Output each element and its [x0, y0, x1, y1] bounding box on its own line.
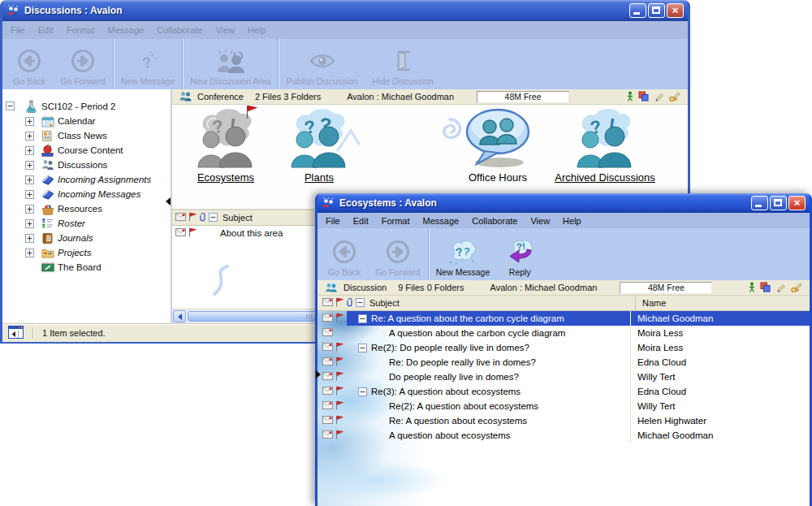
tree-item[interactable]: Discussions [2, 158, 171, 172]
minimize-button[interactable] [629, 3, 646, 18]
message-row[interactable]: Re: Do people really live in domes? Edna… [317, 355, 810, 370]
scroll-left-button[interactable] [173, 310, 186, 322]
collapse-all-icon[interactable] [209, 213, 218, 223]
menu-item[interactable]: Help [241, 24, 273, 36]
pages-icon[interactable] [638, 91, 649, 103]
expand-icon[interactable] [25, 117, 34, 126]
pages-icon[interactable] [760, 282, 771, 294]
tree-item[interactable]: Projects [2, 245, 171, 260]
message-row[interactable]: Re(2): Do people really live in domes? M… [317, 340, 810, 355]
menu-item[interactable]: View [209, 24, 241, 36]
name-column-header[interactable]: Name [635, 296, 810, 310]
maximize-button[interactable] [770, 196, 787, 210]
collapse-icon[interactable] [6, 102, 15, 110]
tree-item[interactable]: Roster [2, 216, 171, 231]
tree-item[interactable]: Incoming Messages [2, 187, 171, 201]
conference-item[interactable]: ?! Ecosystems [182, 108, 270, 184]
menu-item[interactable]: Format [375, 215, 417, 227]
toolbar-button[interactable]: ?? New Message [428, 228, 498, 280]
expand-icon[interactable] [25, 205, 34, 214]
menu-item[interactable]: View [524, 215, 556, 227]
toolbar-button[interactable]: Go Forward [53, 39, 112, 89]
menu-item[interactable]: Edit [32, 24, 60, 36]
conference-info-bar: Conference 2 Files 3 Folders Avalon : Mi… [172, 89, 688, 105]
ecosystems-titlebar[interactable]: Ecosystems : Avalon × [317, 193, 810, 213]
permissions-pencil-icon[interactable] [791, 282, 803, 294]
close-button[interactable]: × [788, 196, 806, 210]
permissions-pencil-icon[interactable] [669, 91, 681, 103]
expand-icon[interactable] [25, 132, 34, 141]
edit-pencil-icon[interactable] [775, 282, 786, 294]
expand-icon[interactable] [25, 219, 34, 228]
tree-item[interactable]: Course Content [2, 143, 171, 158]
toolbar-button[interactable]: Go Back [321, 228, 368, 280]
envelope-icon [322, 401, 333, 411]
toolbar-button[interactable]: Publish Discussion [278, 39, 365, 89]
expand-icon[interactable] [25, 146, 34, 155]
message-row[interactable]: Re: A question about ecosystems Helen Hi… [317, 413, 810, 428]
menu-item[interactable]: File [4, 24, 32, 36]
tree-root-item[interactable]: SCI102 - Period 2 [2, 98, 171, 114]
thread-collapse-icon[interactable] [358, 344, 367, 352]
subject-column-header[interactable]: Subject [369, 298, 400, 308]
toolbar-button[interactable]: ? New Message [113, 39, 183, 89]
envelope-icon [322, 298, 333, 308]
board-icon [41, 262, 54, 273]
menu-item[interactable]: File [319, 215, 347, 227]
splitter-collapse-arrow[interactable] [316, 370, 321, 378]
maximize-button[interactable] [648, 3, 665, 18]
message-row[interactable]: A question about ecosystems Michael Good… [317, 428, 810, 443]
message-row[interactable]: Re(2): A question about ecosystems Willy… [317, 399, 810, 413]
toolbar-button[interactable]: Go Back [6, 39, 53, 89]
expand-icon[interactable] [25, 175, 34, 184]
subject-column-header[interactable]: Subject [222, 213, 253, 223]
message-row[interactable]: Do people really live in domes? Willy Te… [317, 370, 810, 384]
toolbar-button[interactable]: New Discussion Area [182, 39, 278, 89]
toolbar-button[interactable]: Hide Discussion [365, 39, 441, 89]
status-text: 1 Item selected. [42, 328, 106, 338]
tree-item[interactable]: Resources [2, 201, 171, 216]
expand-icon[interactable] [25, 161, 34, 170]
discussions-titlebar[interactable]: Discussions : Avalon × [2, 0, 688, 21]
tree-item[interactable]: Class News [2, 128, 171, 143]
menu-item[interactable]: Message [102, 24, 151, 36]
reply-icon: ?! [504, 237, 535, 266]
tree-item[interactable]: Incoming Assignments [2, 172, 171, 187]
thread-collapse-icon[interactable] [358, 387, 367, 396]
tree-item-label: Incoming Assignments [58, 175, 151, 184]
collapse-all-icon[interactable] [356, 298, 365, 309]
menu-item[interactable]: Edit [347, 215, 375, 227]
flag-icon [188, 212, 197, 223]
menu-item[interactable]: Format [60, 24, 102, 36]
expand-icon[interactable] [25, 234, 34, 243]
tree-item[interactable]: Calendar [2, 114, 171, 128]
conference-item-label: Plants [304, 171, 334, 184]
pane-toggle-icon[interactable] [8, 326, 24, 340]
who-is-online-icon[interactable] [749, 282, 755, 294]
tree-item[interactable]: Journals [2, 231, 171, 245]
toolbar-button[interactable]: ?! Reply [497, 228, 542, 280]
menu-item[interactable]: Message [417, 215, 466, 227]
message-row[interactable]: A question about the carbon cycle diagra… [317, 326, 810, 340]
thread-collapse-icon[interactable] [358, 314, 367, 323]
journal-icon [41, 232, 54, 244]
who-is-online-icon[interactable] [627, 91, 633, 103]
edit-pencil-icon[interactable] [654, 91, 664, 103]
hide-icon [392, 46, 413, 76]
splitter-collapse-arrow[interactable] [166, 197, 171, 205]
message-row[interactable]: Re(3): A question about ecosystems Edna … [317, 384, 810, 399]
close-button[interactable]: × [667, 3, 684, 18]
toolbar-button[interactable]: Go Forward [368, 228, 427, 280]
conference-item[interactable]: ?? Plants [276, 108, 362, 184]
menu-item[interactable]: Help [556, 215, 588, 227]
server-user-label: Avalon : Michael Goodman [490, 283, 598, 292]
tree-item[interactable]: The Board [2, 260, 171, 275]
expand-icon[interactable] [25, 249, 34, 257]
menu-item[interactable]: Collaborate [150, 24, 209, 36]
expand-icon[interactable] [25, 190, 34, 199]
message-row[interactable]: Re: A question about the carbon cycle di… [317, 311, 810, 326]
menu-item[interactable]: Collaborate [465, 215, 524, 227]
window-title: Ecosystems : Avalon [339, 197, 751, 209]
minimize-button[interactable] [751, 196, 768, 210]
conference-item[interactable]: ?! Archived Discussions [533, 108, 676, 184]
